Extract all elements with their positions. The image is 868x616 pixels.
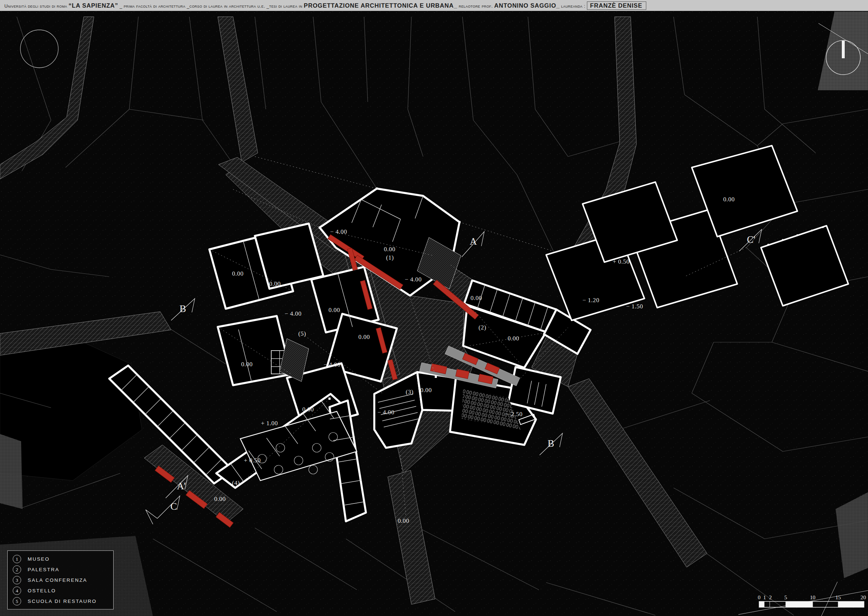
elevation: 0.00 [508, 335, 519, 342]
scale-tick-label: 15 [836, 594, 841, 601]
legend-item-label: PALESTRA [28, 567, 59, 572]
legend-item-number: 2 [13, 566, 21, 574]
site-plan-drawing [0, 0, 868, 616]
legend-item-label: SALA CONFERENZA [28, 577, 87, 583]
elevation: − 1.50 [626, 303, 643, 310]
scale-tick-label: 5 [784, 594, 787, 601]
elevation: 0.00 [398, 517, 409, 525]
scale-tick-label: 10 [810, 594, 816, 601]
scale-tick-label: 0 [758, 594, 761, 601]
elevation: 0.00 [420, 387, 432, 394]
section-marker: C' [747, 234, 755, 245]
elevation: − 1.20 [583, 297, 600, 304]
elevation: − 2.50 [506, 411, 523, 418]
building-number: (1) [386, 254, 393, 261]
building-number: (2) [478, 324, 486, 331]
legend-rows: 1 MUSEO 2 PALESTRA 3 SALA CONFERENZA 4 O… [13, 554, 113, 607]
elevation: − 4.00 [324, 361, 341, 368]
section-marker: B [547, 438, 554, 449]
elevation: 0.00 [384, 246, 395, 253]
legend-item-number: 1 [13, 555, 21, 563]
elevation: 0.00 [302, 406, 314, 413]
presentation-board: Università degli studi di roma “LA SAPIE… [0, 0, 868, 616]
scale-tick-label: 2 [769, 594, 772, 601]
elevation: 0.00 [241, 361, 253, 368]
legend-item: 1 MUSEO [13, 554, 113, 564]
legend-item: 5 SCUOLA DI RESTAURO [13, 596, 113, 607]
legend-item: 4 OSTELLO [13, 585, 113, 596]
section-marker: C [170, 501, 177, 512]
legend: 1 MUSEO 2 PALESTRA 3 SALA CONFERENZA 4 O… [7, 550, 113, 610]
elevation: − 4.00 [405, 276, 422, 283]
elevation: − 4.00 [377, 409, 395, 416]
elevation: 0.00 [232, 270, 244, 277]
building-number: (5) [298, 330, 306, 338]
legend-item-number: 4 [13, 586, 21, 595]
legend-item-number: 5 [13, 597, 21, 605]
legend-item-label: OSTELLO [28, 588, 56, 593]
elevation: + 0.50 [244, 457, 261, 464]
elevation: 0.00 [358, 333, 370, 341]
legend-item: 3 SALA CONFERENZA [13, 575, 113, 585]
legend-item-number: 3 [13, 576, 21, 584]
elevation: − 4.00 [330, 228, 348, 236]
elevation: − 4.00 [285, 310, 302, 317]
legend-item: 2 PALESTRA [13, 564, 113, 575]
legend-item-label: MUSEO [28, 556, 50, 562]
elevation: 0.00 [723, 196, 735, 203]
legend-item-label: SCUOLA DI RESTAURO [28, 599, 96, 604]
scale-tick-label: 20 [861, 594, 866, 601]
elevation: + 0.50 [613, 258, 630, 266]
section-marker: A' [177, 481, 186, 492]
elevation: 0.00 [470, 294, 482, 302]
section-marker: A [470, 236, 477, 247]
elevation: + 1.00 [261, 420, 278, 427]
section-marker: B [179, 303, 186, 314]
building-number: (3) [406, 388, 413, 396]
scale-tick-label: 1 [763, 594, 766, 601]
elevation: 0.00 [214, 495, 226, 503]
elevation: 0.00 [329, 306, 340, 314]
building-number: (4) [232, 479, 240, 487]
elevation: 0.00 [269, 280, 281, 288]
